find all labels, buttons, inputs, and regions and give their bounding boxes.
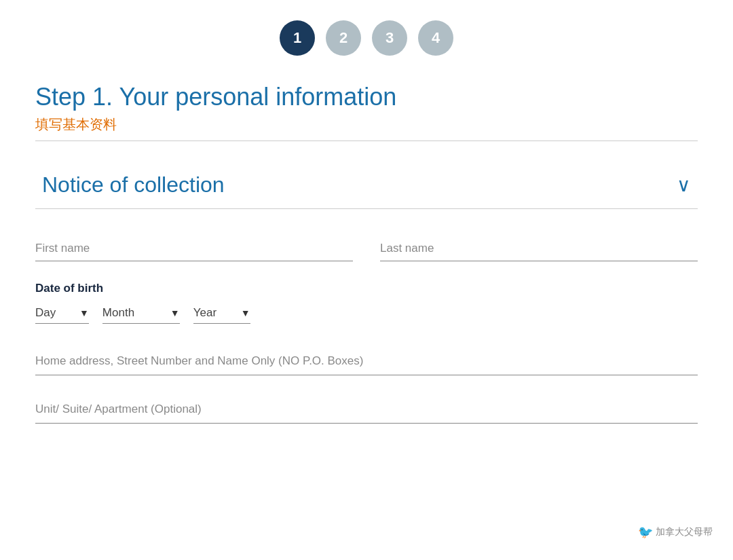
first-name-field: [35, 236, 353, 261]
month-chevron-icon: ▼: [170, 307, 180, 318]
subtitle-chinese: 填写基本资料: [35, 115, 698, 134]
notice-section[interactable]: Notice of collection ∨: [35, 162, 698, 209]
year-chevron-icon: ▼: [241, 307, 250, 318]
day-select[interactable]: Day: [35, 306, 79, 319]
notice-title: Notice of collection: [35, 172, 225, 198]
unit-field: [35, 396, 698, 444]
step-2-circle[interactable]: 2: [326, 20, 361, 56]
last-name-field: [380, 236, 698, 261]
month-wrapper: Month ▼: [102, 306, 180, 324]
dob-label: Date of birth: [35, 282, 698, 295]
watermark: 🐦 加拿大父母帮: [638, 525, 713, 540]
dob-section: Date of birth Day ▼ Month ▼ Year ▼: [35, 282, 698, 324]
watermark-icon: 🐦: [638, 525, 653, 540]
chevron-down-icon[interactable]: ∨: [677, 174, 698, 196]
step-4-circle[interactable]: 4: [418, 20, 453, 56]
day-chevron-icon: ▼: [79, 307, 89, 318]
year-select[interactable]: Year: [193, 306, 241, 319]
step-indicators: 1 2 3 4: [35, 20, 698, 56]
step-3-circle[interactable]: 3: [372, 20, 407, 56]
dob-row: Day ▼ Month ▼ Year ▼: [35, 306, 698, 324]
last-name-input[interactable]: [380, 236, 698, 261]
year-wrapper: Year ▼: [193, 306, 250, 324]
month-select[interactable]: Month: [102, 306, 170, 319]
title-divider: [35, 141, 698, 141]
first-name-input[interactable]: [35, 236, 353, 261]
day-wrapper: Day ▼: [35, 306, 89, 324]
address-field: [35, 348, 698, 396]
address-input[interactable]: [35, 348, 698, 375]
name-row: [35, 236, 698, 261]
unit-input[interactable]: [35, 396, 698, 424]
step-1-circle[interactable]: 1: [280, 20, 315, 56]
page-title: Step 1. Your personal information: [35, 83, 698, 111]
watermark-text: 加拿大父母帮: [656, 526, 713, 538]
